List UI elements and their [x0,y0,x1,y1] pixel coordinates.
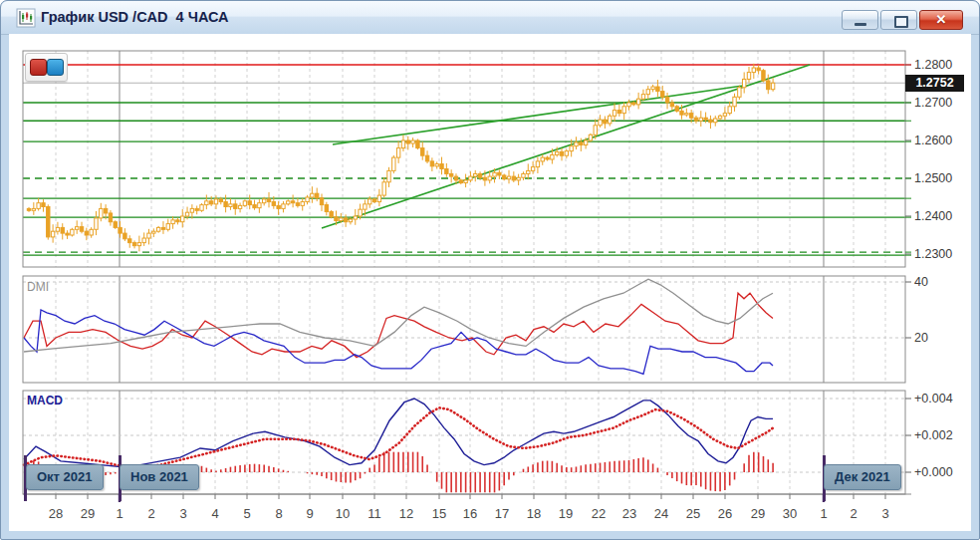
candle-body [680,111,683,115]
candle-body [699,118,702,121]
macd-axis-label: +0.002 [914,428,953,442]
candle-body [757,68,760,71]
candle-body [401,140,404,148]
candle-body [507,176,510,179]
x-axis-label: 3 [881,506,888,521]
candle-body [354,216,357,219]
candle-body [627,103,630,107]
candle-body [565,151,568,156]
candle-body [137,243,140,246]
candle-body [617,111,620,114]
candle-body [536,161,539,167]
x-axis-label: 1 [116,506,122,521]
month-badge-oct: Окт 2021 [26,464,104,490]
x-axis-label: 15 [432,506,446,521]
candle-body [604,120,607,124]
candle-body [406,140,409,143]
x-axis-label: 12 [399,506,413,521]
candle-body [243,201,246,206]
macd-axis-label: +0.000 [914,465,953,479]
candle-body [325,205,328,212]
candle-body [364,204,367,209]
candle-body [632,103,635,105]
candle-body [90,229,93,235]
candle-body [612,111,615,117]
sell-button[interactable] [30,59,47,76]
x-axis-label: 1 [820,506,827,521]
candle-body [474,173,477,176]
dmi-axis-label: 20 [914,331,928,345]
candle-body [171,220,174,224]
price-axis: 1.28001.27001.26001.25001.24001.23004020… [905,58,953,479]
candle-body [296,203,299,206]
candle-body [392,157,395,170]
x-axis-label: 11 [368,506,381,521]
x-axis-label: 9 [306,506,313,521]
x-axis-label: 5 [243,506,250,521]
candle-body [185,212,188,216]
candle-body [387,170,390,181]
candle-body [670,103,673,107]
price-axis-label: 1.2400 [914,209,952,223]
candle-body [767,81,770,90]
candle-body [205,201,208,205]
candle-body [335,217,338,221]
candle-body [622,107,625,114]
candle-body [752,68,755,73]
candle-body [219,199,222,202]
dmi-series [24,279,773,374]
candle-body [665,97,668,103]
candle-body [114,222,117,228]
candle-body [119,227,122,233]
candle-body [599,120,602,126]
candle-body [109,213,112,222]
buy-button[interactable] [47,59,64,76]
x-axis-label: 22 [592,506,606,521]
chart-canvas[interactable]: 1.28001.27001.26001.25001.24001.23004020… [1,1,980,540]
candle-body [469,176,472,180]
candle-body [738,88,741,98]
candle-body [445,169,448,174]
candle-body [556,151,559,154]
x-axis-label: 17 [495,506,509,521]
candle-body [282,204,285,209]
candle-body [531,167,534,171]
candle-body [714,119,717,123]
candle-body [80,227,83,232]
candle-body [277,205,280,208]
dmi-plusminus-di-line [24,293,773,357]
candle-body [636,99,639,105]
candle-body [546,157,549,159]
candle-body [464,180,467,183]
candle-body [301,202,304,206]
candle-body [709,120,712,123]
candle-body [454,176,457,180]
candle-body [190,208,193,212]
candle-body [152,231,155,233]
candle-body [104,208,107,213]
candle-body [359,209,362,216]
candle-body [214,199,217,204]
candle-body [142,238,145,243]
candle-body [377,195,380,201]
price-axis-label: 1.2800 [914,58,952,72]
candle-body [27,208,30,210]
dmi-axis-label: 40 [914,275,928,289]
candle-body [330,211,333,216]
candle-body [723,114,726,117]
candle-body [747,73,750,80]
candle-body [320,198,323,205]
chart-window: График USD /CAD 4 ЧАСА ✕ 1.28001.27001.2… [0,0,980,540]
candle-body [512,176,515,180]
macd-axis-label: +0.004 [914,392,953,405]
x-axis-label: 25 [686,506,700,521]
candle-body [742,79,745,87]
candle-body [85,231,88,235]
candle-body [195,208,198,210]
price-axis-label: 1.2500 [914,171,952,185]
candle-body [396,148,399,158]
candle-body [258,203,261,208]
candle-body [527,170,530,173]
candle-body [123,233,126,239]
candle-body [656,87,659,92]
